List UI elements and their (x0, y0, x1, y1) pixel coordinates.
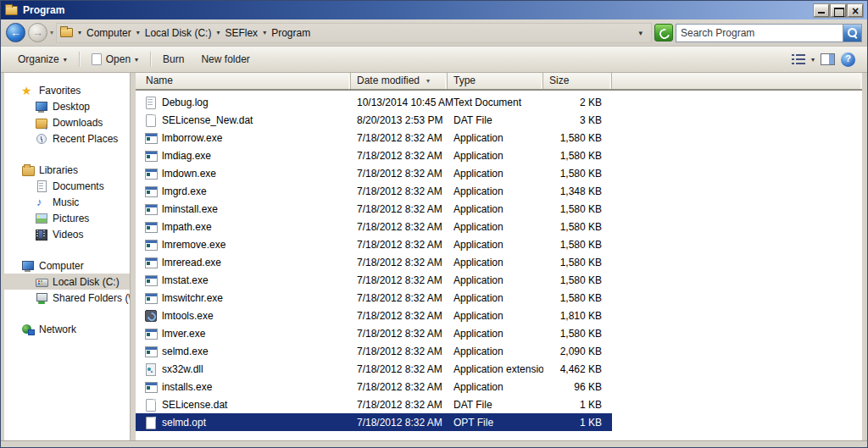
history-chevron-icon[interactable]: ▾ (50, 29, 53, 36)
back-button[interactable] (6, 23, 25, 42)
column-label: Name (146, 73, 173, 89)
table-row[interactable]: lmver.exe7/18/2012 8:32 AMApplication1,5… (136, 324, 612, 342)
new-folder-button[interactable]: New folder (196, 51, 254, 68)
file-size: 1,810 KB (543, 310, 612, 322)
column-header-date-modified[interactable]: Date modified ▾ (351, 73, 448, 89)
sidebar-item-label: Documents (53, 180, 104, 192)
sidebar-item-recent-places[interactable]: Recent Places (4, 130, 130, 147)
column-headers: Name Date modified ▾ Type Size (136, 73, 862, 91)
sidebar-item-desktop[interactable]: Desktop (4, 98, 130, 114)
sidebar-item-videos[interactable]: Videos (4, 226, 130, 242)
table-row[interactable]: lmdown.exe7/18/2012 8:32 AMApplication1,… (136, 164, 612, 182)
file-size: 1,580 KB (543, 203, 612, 215)
column-header-size[interactable]: Size (543, 73, 612, 89)
breadcrumb-item-seflex[interactable]: SEFlex (223, 26, 259, 40)
file-size: 1,580 KB (543, 274, 612, 286)
file-name-cell: lmswitchr.exe (136, 291, 351, 305)
help-icon[interactable] (841, 53, 855, 67)
sidebar-item-documents[interactable]: Documents (4, 178, 130, 194)
table-row[interactable]: lmpath.exe7/18/2012 8:32 AMApplication1,… (136, 218, 612, 235)
column-header-type[interactable]: Type (448, 73, 543, 89)
column-header-name[interactable]: Name (136, 73, 351, 89)
file-date-modified: 7/18/2012 8:32 AM (351, 257, 448, 268)
preview-pane-icon[interactable] (821, 53, 835, 65)
file-type: Application (448, 346, 543, 357)
maximize-button[interactable] (831, 4, 846, 17)
views-chevron-icon[interactable]: ▾ (811, 56, 815, 64)
file-name-cell: lmreread.exe (136, 256, 351, 269)
table-row[interactable]: lmswitchr.exe7/18/2012 8:32 AMApplicatio… (136, 289, 612, 307)
table-row[interactable]: selmd.opt7/18/2012 8:32 AMOPT File1 KB (136, 413, 612, 431)
file-name: lmreread.exe (162, 257, 221, 268)
sidebar-item-music[interactable]: Music (4, 194, 130, 210)
open-label: Open (106, 53, 131, 65)
organize-button[interactable]: Organize ▾ (13, 51, 72, 68)
breadcrumb-bar[interactable]: ▾Computer▾Local Disk (C:)▾SEFlex▾Program… (56, 23, 652, 43)
file-type: Application (448, 328, 543, 340)
application-icon (144, 202, 158, 216)
burn-button[interactable]: Burn (158, 51, 189, 68)
file-date-modified: 7/18/2012 8:32 AM (351, 274, 448, 286)
file-type: Text Document (448, 97, 543, 108)
file-type: Application (448, 203, 543, 215)
sidebar-item-shared-folders-vmw[interactable]: Shared Folders (\\vmw (4, 290, 130, 306)
table-row[interactable]: SELicense_New.dat8/20/2013 2:53 PMDAT Fi… (136, 111, 612, 129)
table-row[interactable]: lmdiag.exe7/18/2012 8:32 AMApplication1,… (136, 147, 612, 164)
sidebar-item-pictures[interactable]: Pictures (4, 210, 130, 226)
file-date-modified: 7/18/2012 8:32 AM (351, 292, 448, 304)
breadcrumb-item-local-disk-c[interactable]: Local Disk (C:) (143, 26, 214, 40)
table-row[interactable]: lminstall.exe7/18/2012 8:32 AMApplicatio… (136, 200, 612, 218)
window-folder-icon (5, 6, 18, 15)
refresh-button[interactable] (654, 24, 673, 41)
breadcrumb-item-program[interactable]: Program (270, 26, 312, 40)
sidebar-group-libraries[interactable]: Libraries (4, 162, 130, 178)
file-size: 1,580 KB (543, 292, 612, 304)
search-box (676, 24, 862, 42)
table-row[interactable]: lmgrd.exe7/18/2012 8:32 AMApplication1,3… (136, 182, 612, 200)
sidebar-item-label: Desktop (53, 101, 90, 113)
music-icon (35, 196, 48, 209)
table-row[interactable]: lmstat.exe7/18/2012 8:32 AMApplication1,… (136, 271, 612, 289)
sidebar-group-computer[interactable]: Computer (4, 257, 130, 274)
table-row[interactable]: SELicense.dat7/18/2012 8:32 AMDAT File1 … (136, 395, 612, 413)
table-row[interactable]: lmtools.exe7/18/2012 8:32 AMApplication1… (136, 307, 612, 324)
open-button[interactable]: Open ▾ (86, 51, 143, 68)
sidebar-item-label: Videos (53, 229, 83, 241)
table-row[interactable]: selmd.exe7/18/2012 8:32 AMApplication2,0… (136, 342, 612, 360)
file-size: 3 KB (543, 114, 612, 126)
search-input[interactable] (676, 27, 843, 39)
breadcrumb-separator-icon: ▾ (133, 29, 143, 36)
address-dropdown-icon[interactable]: ▾ (633, 29, 648, 37)
window-controls (814, 4, 863, 17)
search-icon[interactable] (843, 25, 861, 41)
application-icon (144, 327, 158, 340)
sidebar-item-label: Recent Places (53, 133, 118, 145)
table-row[interactable]: lmborrow.exe7/18/2012 8:32 AMApplication… (136, 129, 612, 147)
table-row[interactable]: installs.exe7/18/2012 8:32 AMApplication… (136, 378, 612, 395)
file-name-cell: lmdown.exe (136, 167, 351, 180)
file-size: 1 KB (543, 417, 612, 429)
title-bar[interactable]: Program (1, 1, 867, 19)
minimize-button[interactable] (814, 4, 829, 17)
breadcrumb-item-computer[interactable]: Computer (85, 26, 133, 40)
sidebar-item-downloads[interactable]: Downloads (4, 114, 130, 130)
table-row[interactable]: lmreread.exe7/18/2012 8:32 AMApplication… (136, 253, 612, 271)
file-type: Application (448, 168, 543, 180)
file-type: Application extension (448, 363, 543, 375)
sidebar-group-network[interactable]: Network (4, 321, 130, 337)
table-row[interactable]: Debug.log10/13/2014 10:45 AMText Documen… (136, 93, 612, 111)
close-button[interactable] (848, 4, 863, 17)
file-size: 4,462 KB (543, 363, 612, 375)
file-date-modified: 7/18/2012 8:32 AM (351, 381, 448, 393)
file-name: lmremove.exe (162, 239, 225, 251)
file-name-cell: lmtools.exe (136, 309, 351, 323)
file-size: 2 KB (543, 97, 612, 108)
sidebar-item-local-disk-c[interactable]: Local Disk (C:) (4, 274, 130, 290)
forward-button[interactable] (28, 23, 47, 42)
views-icon[interactable] (792, 54, 805, 64)
window-title: Program (23, 4, 64, 16)
table-row[interactable]: lmremove.exe7/18/2012 8:32 AMApplication… (136, 235, 612, 253)
table-row[interactable]: sx32w.dll7/18/2012 8:32 AMApplication ex… (136, 360, 612, 378)
window-bottom-frame (1, 440, 867, 447)
sidebar-group-favorites[interactable]: Favorites (4, 82, 130, 98)
